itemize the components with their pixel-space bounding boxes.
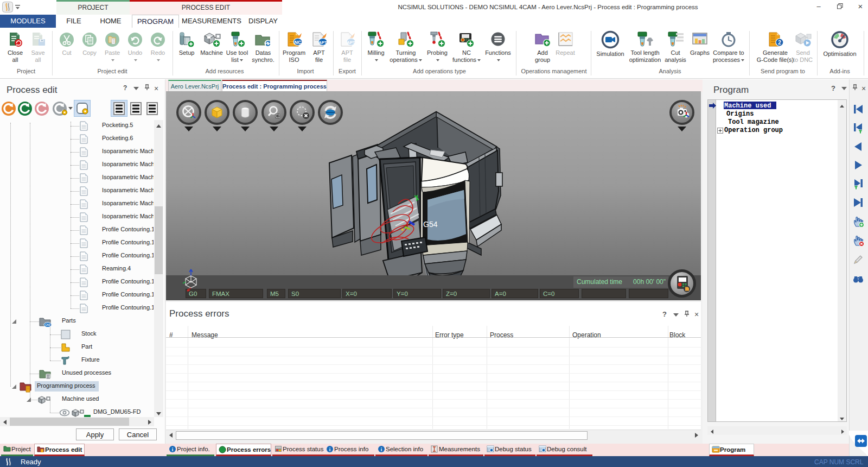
- svg-text:i: i: [381, 447, 382, 452]
- svg-text:CAD: CAD: [45, 324, 50, 326]
- svg-text:NC: NC: [295, 40, 302, 45]
- svg-text:APT: APT: [318, 40, 327, 45]
- svg-text:2: 2: [778, 40, 781, 46]
- svg-text:i: i: [172, 447, 174, 452]
- svg-text:APT: APT: [347, 40, 355, 45]
- svg-text:i: i: [329, 447, 331, 452]
- svg-text:G54: G54: [423, 220, 438, 229]
